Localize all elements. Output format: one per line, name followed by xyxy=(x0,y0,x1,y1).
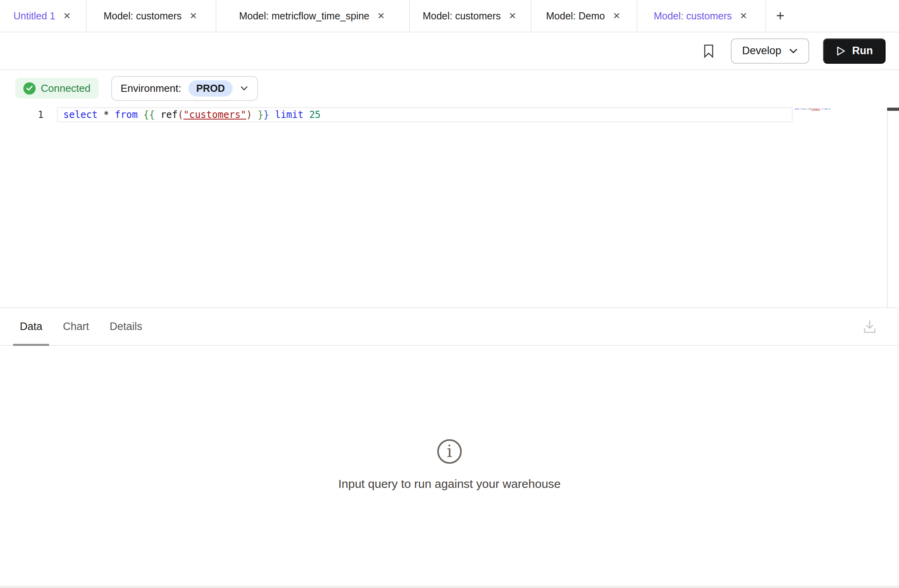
code-token: { xyxy=(149,109,155,120)
tab-close-icon[interactable]: ✕ xyxy=(611,10,622,22)
results-tab-strip: DataChartDetails xyxy=(13,308,149,345)
plus-icon: + xyxy=(776,8,784,24)
code-token xyxy=(252,109,258,120)
results-header: DataChartDetails xyxy=(0,308,899,346)
code-token: * xyxy=(103,109,109,120)
code-token xyxy=(269,109,275,120)
code-token xyxy=(155,109,160,120)
code-token: } xyxy=(258,109,263,120)
window-bottom-edge xyxy=(0,586,899,588)
tab-label: Model: customers xyxy=(104,10,182,22)
code-token xyxy=(98,109,103,120)
develop-label: Develop xyxy=(742,45,781,57)
download-results-button[interactable] xyxy=(862,317,878,336)
tab-strip: Untitled 1✕Model: customers✕Model: metri… xyxy=(0,0,766,32)
status-row: Connected Environment: PROD xyxy=(15,75,258,101)
code-token xyxy=(109,109,115,120)
code-token: "customers" xyxy=(811,108,820,110)
code-token: { xyxy=(143,109,149,120)
tab-label: Model: customers xyxy=(654,10,732,22)
download-icon xyxy=(862,319,877,334)
play-icon xyxy=(836,46,846,57)
results-empty-state: i Input query to run against your wareho… xyxy=(0,345,899,491)
editor-tab[interactable]: Model: customers✕ xyxy=(637,0,766,32)
sql-editor[interactable]: 1 select * from {{ ref("customers") }} l… xyxy=(0,107,899,122)
editor-tab[interactable]: Model: Demo✕ xyxy=(531,0,637,32)
editor-scrollbar-track xyxy=(887,108,888,307)
tab-label: Model: Demo xyxy=(546,10,605,22)
chevron-down-icon xyxy=(240,85,248,91)
tab-label: Model: customers xyxy=(423,10,501,22)
editor-tab-bar: Untitled 1✕Model: customers✕Model: metri… xyxy=(0,0,899,32)
chevron-down-icon xyxy=(789,48,798,54)
tab-label: Untitled 1 xyxy=(13,10,55,22)
tab-close-icon[interactable]: ✕ xyxy=(62,10,72,22)
code-token: ( xyxy=(178,109,183,120)
code-token: limit xyxy=(275,109,303,120)
tab-close-icon[interactable]: ✕ xyxy=(188,10,199,22)
tab-close-icon[interactable]: ✕ xyxy=(507,10,518,22)
connected-check-icon xyxy=(23,82,36,95)
code-token: ) xyxy=(246,109,252,120)
svg-text:i: i xyxy=(447,442,452,461)
line-number: 1 xyxy=(28,107,44,122)
code-token: } xyxy=(264,109,269,120)
code-token xyxy=(303,109,309,120)
ide-window: Untitled 1✕Model: customers✕Model: metri… xyxy=(0,0,899,588)
toolbar: Develop Run xyxy=(0,32,899,70)
code-token: from xyxy=(802,108,805,110)
editor-scrollbar-thumb[interactable] xyxy=(887,108,899,111)
code-token: 25 xyxy=(829,108,831,110)
editor-tab[interactable]: Model: customers✕ xyxy=(410,0,531,32)
results-tab-data[interactable]: Data xyxy=(13,308,49,345)
connected-label: Connected xyxy=(41,82,91,95)
code-token: limit xyxy=(824,108,828,110)
info-icon: i xyxy=(436,438,463,465)
code-line[interactable]: select * from {{ ref("customers") }} lim… xyxy=(63,107,321,122)
editor-tab[interactable]: Model: customers✕ xyxy=(87,0,216,32)
bookmark-button[interactable] xyxy=(703,44,714,58)
develop-dropdown-button[interactable]: Develop xyxy=(731,38,809,64)
environment-value-badge: PROD xyxy=(188,80,233,97)
code-token: select xyxy=(795,108,799,110)
editor-tab[interactable]: Model: metricflow_time_spine✕ xyxy=(216,0,410,32)
code-token: 25 xyxy=(309,109,321,120)
results-tab-details[interactable]: Details xyxy=(103,308,149,345)
connection-status-badge: Connected xyxy=(15,78,99,99)
editor-tab[interactable]: Untitled 1✕ xyxy=(0,0,87,32)
code-token: select xyxy=(63,109,98,120)
tab-label: Model: metricflow_time_spine xyxy=(239,10,369,22)
bookmark-icon xyxy=(703,44,714,58)
results-tab-chart[interactable]: Chart xyxy=(56,308,96,345)
new-tab-button[interactable]: + xyxy=(766,0,795,32)
code-token xyxy=(138,109,143,120)
code-token: from xyxy=(115,109,138,120)
tab-close-icon[interactable]: ✕ xyxy=(738,10,749,22)
run-button[interactable]: Run xyxy=(823,38,886,64)
environment-label: Environment: xyxy=(121,82,181,95)
code-token: "customers" xyxy=(183,109,246,120)
environment-selector[interactable]: Environment: PROD xyxy=(111,76,258,101)
editor-minimap[interactable]: select * from {{ ref("customers") }} lim… xyxy=(795,108,832,112)
tab-close-icon[interactable]: ✕ xyxy=(376,10,387,22)
run-label: Run xyxy=(852,45,873,57)
code-token: ref xyxy=(161,109,178,120)
empty-state-message: Input query to run against your warehous… xyxy=(338,477,561,491)
